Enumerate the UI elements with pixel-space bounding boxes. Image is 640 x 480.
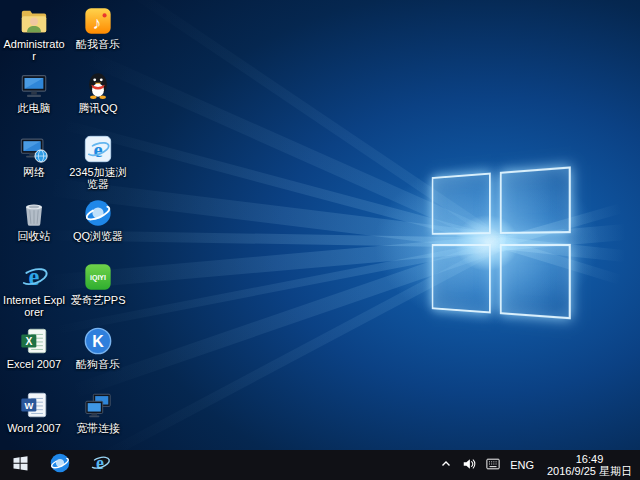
desktop-icon-label: 此电脑 (18, 102, 51, 114)
desktop-icon-label: 回收站 (18, 230, 51, 242)
clock-date: 2016/9/25 星期日 (547, 465, 632, 477)
taskbar-qq-browser-button[interactable] (40, 450, 80, 480)
desktop-icon-broadband[interactable]: 宽带连接 (66, 386, 130, 450)
desktop-icon-label: Excel 2007 (7, 358, 61, 370)
tray-expand-button[interactable] (435, 450, 457, 480)
iqiyi-glyph: iQIYI (90, 274, 106, 282)
desktop-icon-internet-explorer[interactable]: e Internet Explorer (2, 258, 66, 322)
desktop-icon-label: 酷狗音乐 (76, 358, 120, 370)
qq-icon (82, 69, 114, 101)
recycle-bin-icon (18, 197, 50, 229)
network-icon (18, 133, 50, 165)
window-pane (500, 244, 571, 319)
kuwo-glyph: ♪ (93, 13, 102, 33)
excel-icon: X (18, 325, 50, 357)
ie-glyph: e (29, 263, 40, 290)
desktop-icon-label: Internet Explorer (3, 294, 65, 318)
taskbar-clock[interactable]: 16:49 2016/9/25 星期日 (539, 450, 640, 480)
kuwo-music-icon: ♪ (82, 5, 114, 37)
desktop-icon-recycle-bin[interactable]: 回收站 (2, 194, 66, 258)
kugou-glyph: K (92, 333, 104, 350)
kugou-music-icon: K (82, 325, 114, 357)
desktop-icon-label: 酷我音乐 (76, 38, 120, 50)
desktop-icon-kuwo-music[interactable]: ♪ 酷我音乐 (66, 2, 130, 66)
ie-glyph: e (96, 453, 104, 473)
desktop-icon-kugou-music[interactable]: K 酷狗音乐 (66, 322, 130, 386)
desktop-icon-label: 网络 (23, 166, 45, 178)
user-folder-icon (18, 5, 50, 37)
word-icon: W (18, 389, 50, 421)
window-pane (500, 166, 571, 234)
desktop-icon-grid: Administrator 此电脑 (2, 2, 130, 450)
language-indicator[interactable]: ENG (505, 450, 539, 480)
clock-time: 16:49 (576, 453, 604, 465)
desktop-icon-label: 爱奇艺PPS (70, 294, 125, 306)
desktop-icon-word-2007[interactable]: W Word 2007 (2, 386, 66, 450)
word-glyph: W (24, 401, 33, 411)
system-tray: ENG 16:49 2016/9/25 星期日 (435, 450, 640, 480)
speaker-icon (462, 457, 476, 473)
broadband-icon (82, 389, 114, 421)
windows-logo-wallpaper (432, 166, 575, 324)
desktop-icon-iqiyi-pps[interactable]: iQIYI 爱奇艺PPS (66, 258, 130, 322)
taskbar: e (0, 450, 640, 480)
desktop-icon-this-pc[interactable]: 此电脑 (2, 66, 66, 130)
windows-logo-icon (12, 455, 29, 476)
window-pane (432, 173, 491, 235)
desktop-icon-tencent-qq[interactable]: 腾讯QQ (66, 66, 130, 130)
volume-button[interactable] (457, 450, 481, 480)
desktop-icon-excel-2007[interactable]: X Excel 2007 (2, 322, 66, 386)
desktop-icon-label: 腾讯QQ (78, 102, 117, 114)
taskbar-internet-explorer-button[interactable]: e (80, 450, 120, 480)
ie-icon: e (18, 261, 50, 293)
language-label: ENG (510, 459, 534, 471)
desktop-icon-label: QQ浏览器 (73, 230, 123, 242)
desktop-icon-2345-browser[interactable]: e 2345加速浏览器 (66, 130, 130, 194)
start-button[interactable] (0, 450, 40, 480)
desktop-icon-administrator[interactable]: Administrator (2, 2, 66, 66)
desktop-icon-label: 宽带连接 (76, 422, 120, 434)
desktop-icon-network[interactable]: 网络 (2, 130, 66, 194)
e2345-glyph: e (93, 139, 102, 161)
desktop-icon-label: Word 2007 (7, 422, 61, 434)
qq-browser-icon (49, 452, 71, 478)
excel-glyph: X (25, 336, 32, 347)
this-pc-icon (18, 69, 50, 101)
desktop-icon-label: Administrator (3, 38, 65, 62)
keyboard-icon (486, 458, 500, 472)
window-pane (432, 244, 491, 313)
touch-keyboard-button[interactable] (481, 450, 505, 480)
qq-browser-icon (82, 197, 114, 229)
2345-browser-icon: e (82, 133, 114, 165)
desktop-icon-label: 2345加速浏览器 (67, 166, 129, 190)
chevron-up-icon (440, 458, 452, 472)
desktop-icon-qq-browser[interactable]: QQ浏览器 (66, 194, 130, 258)
ie-icon: e (89, 452, 111, 478)
iqiyi-pps-icon: iQIYI (82, 261, 114, 293)
